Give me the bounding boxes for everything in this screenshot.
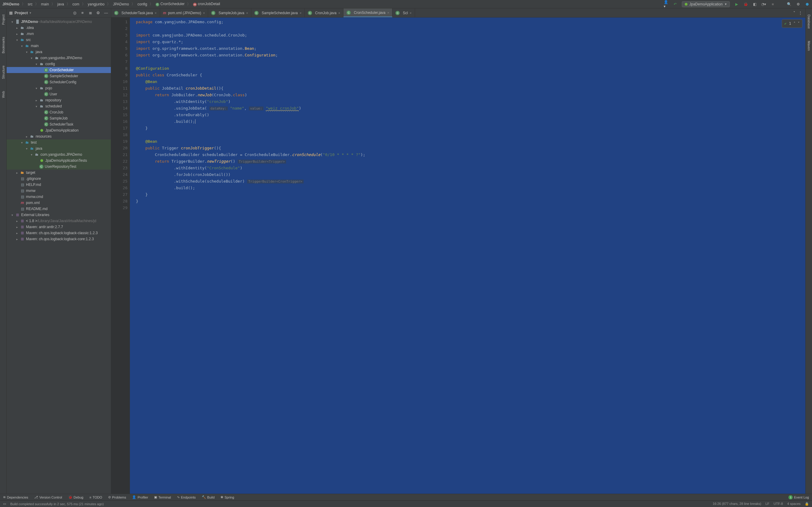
tree-item[interactable]: ▤.gitignore [7,176,111,182]
code-line[interactable]: import com.yangjunbo.JPADemo.scheduled.C… [136,32,805,39]
breadcrumb-item[interactable]: JPADemo [2,2,19,6]
line-number[interactable]: 23 [112,165,128,171]
tree-item[interactable]: ▤README.md [7,206,111,212]
code-line[interactable]: .forJob(cronJobDetail()) [136,171,805,178]
code-line[interactable]: } [136,125,805,131]
breadcrumb-item[interactable]: com [72,2,80,6]
tree-item[interactable]: ▾🖿java [7,49,111,55]
tree-item[interactable]: ▸⊞Maven: ch.qos.logback:logback-core:1.2… [7,236,111,242]
line-number[interactable]: 10 [112,78,128,85]
tree-item[interactable]: ⬢JpaDemoApplicationTests [7,158,111,164]
line-number[interactable]: 20 [112,145,128,152]
code-line[interactable] [136,131,805,138]
status-item[interactable]: 4 spaces [787,502,801,506]
tree-item[interactable]: ▸🖿target [7,170,111,176]
project-title[interactable]: Project [14,11,28,15]
line-number[interactable]: 11 [112,85,128,92]
code-line[interactable] [136,205,805,211]
line-number[interactable]: 24 [112,171,128,178]
tree-item[interactable]: ▸🖿resources [7,133,111,139]
line-number[interactable]: 8 [112,65,128,72]
tree-item[interactable]: CUser [7,91,111,97]
code-line[interactable]: .build(); [136,185,805,191]
code-line[interactable]: package com.yangjunbo.JPADemo.config; [136,19,805,25]
close-icon[interactable]: × [410,11,411,15]
breadcrumb-item[interactable]: src [28,2,33,6]
line-number[interactable]: 5 [112,45,128,52]
debug-button[interactable]: 🐞 [743,2,748,7]
line-number[interactable]: 6 [112,52,128,59]
tree-item[interactable]: ▾⊞External Libraries [7,212,111,218]
close-icon[interactable]: × [300,11,301,15]
tree-item[interactable]: CSchedulerTask [7,121,111,127]
code-line[interactable]: public class CronScheduler { [136,72,805,78]
code-line[interactable] [136,25,805,32]
tree-item[interactable]: CSchedulerConfig [7,79,111,85]
tool-window-spring[interactable]: ❀Spring [220,495,234,499]
code-line[interactable]: return JobBuilder.newJob(CronJob.class) [136,92,805,98]
tool-window-debug[interactable]: 🐞Debug [68,495,83,499]
tool-window-build[interactable]: 🔨Build [202,495,214,499]
breadcrumb-item[interactable]: JPADemo [113,2,129,6]
code-line[interactable]: import org.springframework.context.annot… [136,52,805,59]
line-number[interactable]: 25 [112,178,128,185]
tool-window-project[interactable]: Project [2,14,5,25]
editor-tab[interactable]: mpom.xml (JPADemo)× [160,8,208,17]
line-number[interactable]: 29 [112,205,128,211]
line-number[interactable]: 27 [112,191,128,198]
editor-tab[interactable]: CScl× [392,8,415,17]
code-line[interactable]: } [136,191,805,198]
editor-tab[interactable]: CCronJob.java× [305,8,344,17]
back-icon[interactable]: ↶ [673,2,677,7]
tree-item[interactable]: mpom.xml [7,200,111,206]
code-line[interactable]: .withIdentity("cronJob") [136,98,805,105]
line-number[interactable]: 26 [112,185,128,191]
inspection-widget[interactable]: ✔ 1 ˄ ˅ [782,19,802,28]
close-icon[interactable]: × [387,11,389,14]
tree-item[interactable]: ▤mvnw [7,188,111,194]
line-number[interactable]: 14 [112,105,128,112]
status-item[interactable]: LF [765,502,769,506]
breadcrumb-item[interactable]: yangjunbo [88,2,105,6]
tree-item[interactable]: ▾🖿main [7,43,111,49]
tree-item[interactable]: ▾🖿test [7,139,111,146]
code-line[interactable]: @Bean [136,78,805,85]
line-number[interactable]: 2 [112,25,128,32]
breadcrumb[interactable]: JPADemo〉src〉main〉java〉com〉yangjunbo〉JPAD… [2,1,664,7]
editor-tab[interactable]: CCronScheduler.java× [344,8,392,17]
tree-item[interactable]: ▸🖿repository [7,97,111,103]
code-line[interactable]: @Bean [136,138,805,145]
code-line[interactable]: import org.quartz.*; [136,39,805,45]
tree-item[interactable]: ▸🖿.mvn [7,31,111,37]
close-icon[interactable]: × [338,11,340,15]
code-line[interactable]: public Trigger cronJobTrigger(){ [136,145,805,152]
line-number[interactable]: 1 [112,19,128,25]
chevron-up-icon[interactable]: ˄ [794,20,795,27]
collapse-icon[interactable]: ≣ [88,11,93,15]
tree-item[interactable]: ⬢JpaDemoApplication [7,127,111,133]
line-number[interactable]: 4 [112,39,128,45]
lock-icon[interactable]: 🔒 [805,502,809,506]
select-opened-icon[interactable]: ◎ [72,11,77,15]
tree-item[interactable]: CCronJob [7,109,111,115]
hide-icon[interactable]: — [104,11,108,15]
line-number[interactable]: 17 [112,125,128,131]
line-number[interactable]: 3 [112,32,128,39]
editor-tab[interactable]: CSampleJob.java× [208,8,251,17]
expand-icon[interactable]: ≡ [80,11,85,15]
tool-window-todo[interactable]: ≡TODO [89,496,102,499]
tool-window-problems[interactable]: ⊘Problems [108,495,126,499]
code-line[interactable] [136,59,805,65]
tool-window-endpoints[interactable]: ∿Endpoints [177,495,196,499]
code-line[interactable]: public JobDetail cronJobDetail(){ [136,85,805,92]
more-icon[interactable]: ⋮ [798,11,802,15]
code-line[interactable]: @Configuration [136,65,805,72]
tool-window-web[interactable]: Web [2,91,5,98]
tree-item[interactable]: ▾🖿src [7,37,111,43]
breadcrumb-item[interactable]: java [57,2,64,6]
tool-window-database[interactable]: Database [807,14,811,29]
tree-item[interactable]: ▾▉JPADemo ~/kaifa/IdeaWorkspace/JPADemo [7,19,111,25]
tree-item[interactable]: ▾🖿pojo [7,85,111,91]
close-icon[interactable]: × [246,11,248,15]
tool-window-dependencies[interactable]: ≋Dependencies [3,495,28,499]
